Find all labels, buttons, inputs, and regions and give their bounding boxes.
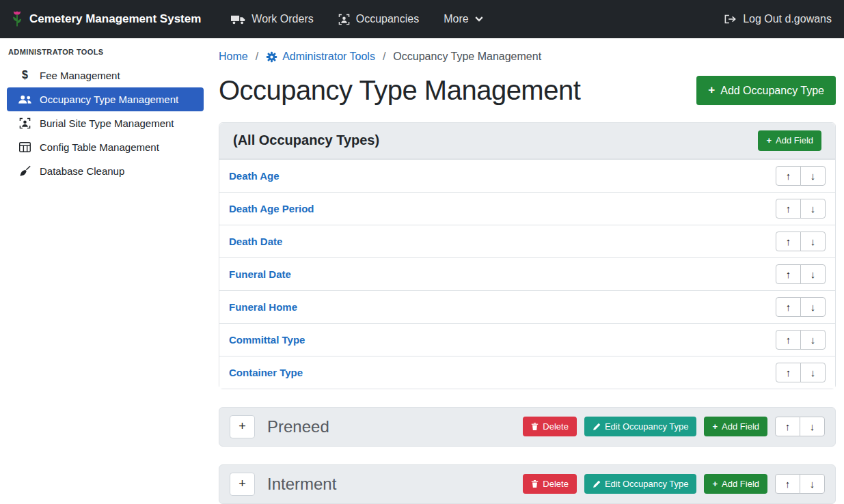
field-link[interactable]: Death Age Period: [229, 203, 314, 214]
plus-icon: +: [239, 477, 246, 491]
field-link[interactable]: Funeral Date: [229, 268, 291, 280]
sidebar-item-database-cleanup[interactable]: Database Cleanup: [7, 159, 204, 183]
nav-more[interactable]: More: [431, 8, 495, 31]
arrow-up-icon: ↑: [786, 367, 791, 378]
arrow-down-icon: ↓: [811, 170, 816, 182]
plus-icon: +: [708, 83, 715, 97]
arrow-up-icon: ↑: [785, 421, 791, 432]
delete-button[interactable]: Delete: [523, 474, 577, 494]
reorder-group: ↑ ↓: [776, 232, 826, 251]
card-header: (All Occupancy Types) + Add Field: [219, 123, 835, 159]
edit-occupancy-type-button[interactable]: Edit Occupancy Type: [584, 474, 697, 494]
move-down-button[interactable]: ↓: [800, 417, 825, 436]
breadcrumb-current: Occupancy Type Management: [393, 51, 541, 63]
plus-icon: +: [712, 421, 718, 432]
chevron-down-icon: [475, 16, 483, 22]
move-up-button[interactable]: ↑: [775, 474, 800, 494]
move-down-button[interactable]: ↓: [800, 297, 826, 317]
arrow-down-icon: ↓: [810, 478, 815, 490]
reorder-group: ↑ ↓: [776, 363, 826, 382]
trash-icon: [531, 422, 539, 431]
broom-icon: [18, 165, 32, 177]
plus-icon: +: [239, 419, 246, 434]
move-down-button[interactable]: ↓: [800, 264, 826, 284]
sidebar-item-label: Database Cleanup: [40, 165, 124, 177]
sidebar-item-label: Burial Site Type Management: [40, 117, 174, 129]
move-up-button[interactable]: ↑: [776, 330, 801, 350]
move-up-button[interactable]: ↑: [775, 417, 800, 436]
add-field-button[interactable]: + Add Field: [758, 130, 821, 151]
expand-button[interactable]: +: [230, 415, 255, 438]
main-nav: Work Orders Occupancies More: [219, 8, 495, 31]
breadcrumb-separator: /: [256, 51, 258, 63]
logout-button[interactable]: Log Out d.gowans: [711, 8, 833, 31]
arrow-up-icon: ↑: [785, 478, 791, 490]
arrow-up-icon: ↑: [786, 334, 791, 346]
section-preneed: + Preneed Delete Edit Occupancy Type: [219, 407, 836, 447]
app-brand[interactable]: Cemetery Management System: [11, 10, 201, 29]
field-link[interactable]: Death Age: [229, 170, 280, 182]
move-up-button[interactable]: ↑: [776, 264, 801, 284]
field-link[interactable]: Committal Type: [229, 334, 305, 346]
sidebar-item-burial-site-type-management[interactable]: Burial Site Type Management: [7, 111, 204, 135]
logout-icon: [724, 14, 737, 25]
expand-button[interactable]: +: [230, 473, 255, 496]
move-down-button[interactable]: ↓: [800, 166, 826, 186]
reorder-group: ↑ ↓: [775, 474, 825, 494]
reorder-group: ↑ ↓: [775, 417, 825, 436]
all-occupancy-types-card: (All Occupancy Types) + Add Field Death …: [219, 122, 836, 389]
edit-occupancy-type-button[interactable]: Edit Occupancy Type: [584, 417, 697, 437]
breadcrumb-admin-tools[interactable]: Administrator Tools: [266, 51, 375, 63]
sidebar-item-config-table-management[interactable]: Config Table Management: [7, 135, 204, 159]
add-field-button[interactable]: + Add Field: [704, 417, 767, 437]
field-row: Funeral Date ↑ ↓: [219, 257, 835, 290]
move-up-button[interactable]: ↑: [776, 232, 801, 251]
move-down-button[interactable]: ↓: [800, 363, 826, 382]
arrow-down-icon: ↓: [811, 301, 816, 313]
sidebar-item-fee-management[interactable]: $ Fee Management: [7, 63, 204, 87]
field-row: Death Date ↑ ↓: [219, 225, 835, 257]
breadcrumb-home[interactable]: Home: [219, 51, 248, 63]
nav-work-orders[interactable]: Work Orders: [219, 8, 325, 31]
delete-button[interactable]: Delete: [523, 417, 577, 437]
move-down-button[interactable]: ↓: [800, 330, 826, 350]
breadcrumb-separator: /: [383, 51, 385, 63]
sidebar-heading: Administrator Tools: [7, 45, 204, 63]
page-title: Occupancy Type Management: [219, 75, 580, 106]
add-field-button[interactable]: + Add Field: [704, 474, 767, 494]
move-up-button[interactable]: ↑: [776, 297, 801, 317]
field-link[interactable]: Funeral Home: [229, 301, 297, 313]
reorder-group: ↑ ↓: [776, 264, 826, 284]
arrow-up-icon: ↑: [786, 301, 791, 313]
arrow-down-icon: ↓: [811, 236, 816, 247]
move-down-button[interactable]: ↓: [800, 474, 825, 494]
nav-occupancies[interactable]: Occupancies: [326, 8, 432, 31]
card-title: (All Occupancy Types): [233, 132, 379, 148]
gear-icon: [266, 51, 277, 63]
sidebar-item-occupancy-type-management[interactable]: Occupancy Type Management: [7, 87, 204, 111]
field-link[interactable]: Death Date: [229, 236, 282, 247]
add-occupancy-type-button[interactable]: + Add Occupancy Type: [696, 76, 836, 104]
trash-icon: [531, 479, 539, 488]
reorder-group: ↑ ↓: [776, 199, 826, 219]
arrow-down-icon: ↓: [811, 203, 816, 214]
move-up-button[interactable]: ↑: [776, 363, 801, 382]
person-box-icon: [18, 117, 32, 129]
breadcrumb: Home / Administrator Tool: [219, 45, 836, 64]
users-icon: [18, 94, 32, 104]
arrow-down-icon: ↓: [811, 367, 816, 378]
pencil-icon: [593, 480, 601, 488]
arrow-up-icon: ↑: [786, 170, 791, 182]
top-navbar: Cemetery Management System Work Orders O…: [0, 0, 844, 38]
arrow-up-icon: ↑: [786, 268, 791, 280]
move-up-button[interactable]: ↑: [776, 166, 801, 186]
move-up-button[interactable]: ↑: [776, 199, 801, 219]
move-down-button[interactable]: ↓: [800, 232, 826, 251]
move-down-button[interactable]: ↓: [800, 199, 826, 219]
app-title: Cemetery Management System: [29, 12, 201, 26]
arrow-down-icon: ↓: [811, 268, 816, 280]
field-link[interactable]: Container Type: [229, 367, 303, 378]
section-interment: + Interment Delete Edit Occupancy Type: [219, 464, 836, 504]
flower-logo-icon: [11, 10, 23, 29]
reorder-group: ↑ ↓: [776, 330, 826, 350]
